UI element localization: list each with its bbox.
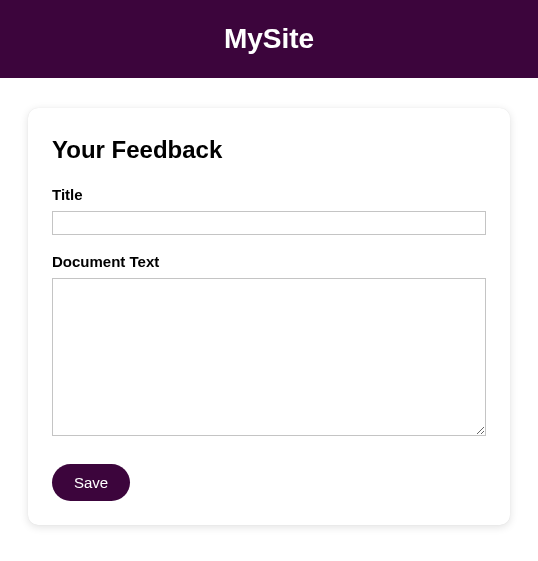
site-title: MySite (224, 23, 314, 55)
document-text-field-group: Document Text (52, 253, 486, 440)
title-label: Title (52, 186, 486, 203)
feedback-card: Your Feedback Title Document Text Save (28, 108, 510, 525)
card-heading: Your Feedback (52, 136, 486, 164)
main-content: Your Feedback Title Document Text Save (0, 78, 538, 555)
title-field-group: Title (52, 186, 486, 235)
save-button[interactable]: Save (52, 464, 130, 501)
document-text-input[interactable] (52, 278, 486, 436)
site-header: MySite (0, 0, 538, 78)
title-input[interactable] (52, 211, 486, 235)
document-text-label: Document Text (52, 253, 486, 270)
